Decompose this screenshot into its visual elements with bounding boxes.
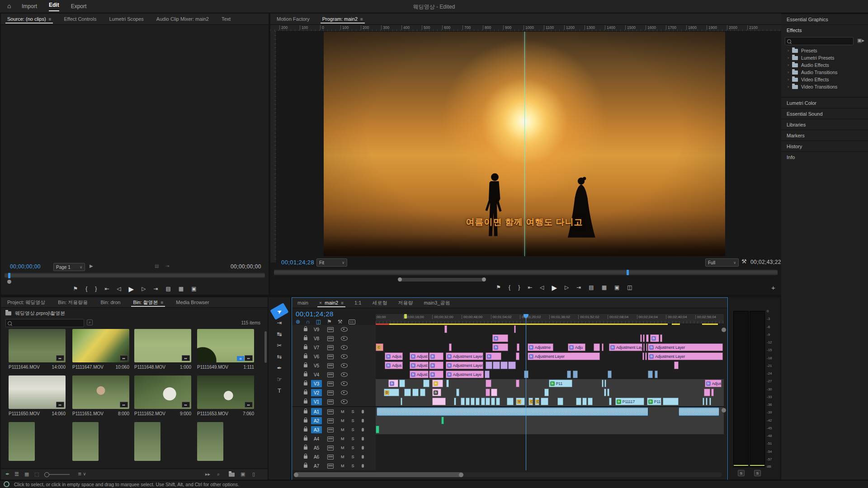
lift-button[interactable]: ▤	[589, 285, 594, 290]
sync-lock-icon[interactable]	[327, 363, 334, 368]
toggle-track-output-eye-icon[interactable]	[341, 345, 348, 350]
solo-button[interactable]: S	[352, 427, 354, 432]
track-name[interactable]: V1	[311, 398, 322, 405]
step-forward-button[interactable]: ▷	[565, 285, 569, 290]
timeline-clip[interactable]	[674, 361, 679, 369]
track-header-a6[interactable]: A6MS	[292, 452, 376, 462]
timeline-clip[interactable]	[491, 389, 498, 396]
panel-markers[interactable]: Markers	[781, 130, 868, 141]
track-name[interactable]: V4	[311, 371, 322, 378]
timeline-clip[interactable]	[449, 343, 452, 351]
track-name[interactable]: V7	[311, 344, 322, 351]
tab-program-program-main2[interactable]: Program: main2≡	[316, 14, 369, 24]
linked-selection-icon[interactable]: ◫	[316, 319, 321, 325]
timeline-clip[interactable]: C	[535, 398, 539, 405]
timeline-clip[interactable]: fx	[492, 343, 508, 351]
timeline-clip[interactable]	[471, 398, 475, 405]
timeline-clip[interactable]	[461, 398, 465, 405]
track-header-a1[interactable]: A1MS	[292, 407, 376, 417]
solo-left-button[interactable]: S	[738, 470, 745, 476]
lock-icon[interactable]	[304, 437, 307, 441]
track-header-v1[interactable]: V1	[292, 397, 376, 407]
timeline-clip[interactable]	[604, 389, 606, 396]
sync-lock-icon[interactable]	[327, 436, 334, 441]
clip-name[interactable]: P1111651.MOV	[72, 411, 104, 416]
tab-source-lumetri-scopes[interactable]: Lumetri Scopes	[103, 14, 150, 24]
track-header-v3[interactable]: V3	[292, 379, 376, 389]
track-header-v9[interactable]: V9	[292, 325, 376, 334]
timeline-clip[interactable]: D	[384, 389, 399, 396]
tab-sequence-main[interactable]: main	[292, 298, 314, 308]
lock-icon[interactable]	[304, 355, 307, 358]
solo-button[interactable]: S	[352, 436, 354, 441]
timeline-clip[interactable]: fx	[388, 380, 398, 387]
timeline-clip[interactable]: fxAdju	[568, 343, 585, 351]
comparison-view-button[interactable]: ◫	[627, 285, 632, 290]
mute-button[interactable]: M	[341, 455, 344, 459]
program-zoom-handle-right[interactable]	[482, 277, 486, 282]
lock-icon[interactable]	[304, 465, 307, 468]
track-lane-v8[interactable]: fxfx	[376, 334, 724, 343]
toggle-track-output-eye-icon[interactable]	[341, 336, 348, 341]
track-lane-v4[interactable]: fxAdjustfxfxAdjustment Laye	[376, 370, 724, 380]
razor-tool[interactable]: ✂	[272, 340, 287, 351]
extract-button[interactable]: ▦	[602, 285, 607, 290]
lock-icon[interactable]	[304, 455, 307, 459]
clip-thumbnail[interactable]: ▸▸	[9, 329, 66, 362]
timeline-clip[interactable]: fx	[432, 380, 443, 387]
voiceover-mic-icon[interactable]	[362, 455, 364, 459]
timeline-clip[interactable]	[576, 398, 581, 405]
tab-sequence-1-1[interactable]: 1:1	[349, 298, 367, 308]
clip-thumbnail[interactable]: ▸▸	[197, 375, 254, 409]
lock-icon[interactable]	[304, 337, 307, 340]
lock-icon[interactable]	[304, 364, 307, 367]
insert-button[interactable]: ▤	[165, 286, 170, 291]
track-name[interactable]: A1	[311, 408, 322, 415]
track-lane-v7[interactable]: CfxfxAdjustmefxAdjufxAdjustment LayerfxA…	[376, 343, 724, 352]
mark-out-button[interactable]: }	[95, 286, 97, 291]
track-header-v8[interactable]: V8	[292, 334, 376, 343]
timeline-clip[interactable]: fxP11	[549, 380, 572, 387]
chevron-right-icon[interactable]: ›	[788, 84, 789, 89]
sync-lock-icon[interactable]	[327, 455, 334, 460]
timeline-clip[interactable]	[648, 371, 653, 378]
tab-source-text[interactable]: Text	[215, 14, 237, 24]
timeline-clip[interactable]	[706, 398, 708, 405]
export-frame-button[interactable]: ▣	[191, 286, 196, 291]
timeline-clip[interactable]	[544, 389, 549, 396]
step-forward-button[interactable]: ▷	[142, 286, 146, 291]
voiceover-mic-icon[interactable]	[362, 428, 364, 432]
clip-thumbnail[interactable]: ▸▸	[9, 375, 66, 409]
timeline-clip[interactable]: fx	[486, 352, 501, 360]
step-back-button[interactable]: ◁	[117, 286, 121, 291]
lock-icon[interactable]	[304, 346, 307, 349]
clip-thumbnail[interactable]	[134, 422, 160, 461]
track-select-forward-tool[interactable]: ⇥	[272, 317, 287, 328]
clip-name[interactable]: P1111648.MOV	[134, 365, 165, 370]
toggle-track-output-eye-icon[interactable]	[341, 354, 348, 359]
mute-button[interactable]: M	[341, 446, 344, 450]
toggle-track-output-eye-icon[interactable]	[341, 363, 348, 368]
sync-lock-icon[interactable]	[327, 327, 334, 332]
timeline-clip[interactable]	[646, 343, 647, 351]
panel-menu-icon[interactable]: ≡	[341, 300, 344, 305]
lock-icon[interactable]	[304, 328, 307, 331]
clip-name[interactable]: P1111652.MOV	[134, 411, 165, 416]
add-marker-button[interactable]: ⚑	[496, 285, 501, 290]
drag-video-icon[interactable]: ▤	[155, 263, 159, 268]
go-to-in-button[interactable]: ⇤	[528, 285, 532, 290]
timeline-clip[interactable]: fxAdjust	[410, 352, 429, 360]
sync-lock-icon[interactable]	[327, 427, 334, 432]
effects-tree-item-presets[interactable]: ›Presets	[781, 47, 868, 54]
tab-sequence-세로형[interactable]: 세로형	[367, 298, 392, 308]
clip-thumbnail[interactable]: ▸▸III	[197, 329, 254, 362]
clip-name[interactable]: P1111647.MOV	[72, 365, 104, 370]
lock-icon[interactable]	[304, 391, 307, 394]
timeline-clip[interactable]: fxAdjustment Layer	[446, 361, 483, 369]
slip-tool[interactable]: ⇆	[272, 351, 287, 362]
timeline-clip[interactable]	[567, 371, 571, 378]
track-lane-a3[interactable]	[376, 425, 724, 435]
tab-project-bin-촬영본[interactable]: Bin: 촬영본≡	[127, 297, 170, 308]
solo-button[interactable]: S	[352, 409, 354, 414]
timeline-clip[interactable]	[432, 398, 446, 405]
